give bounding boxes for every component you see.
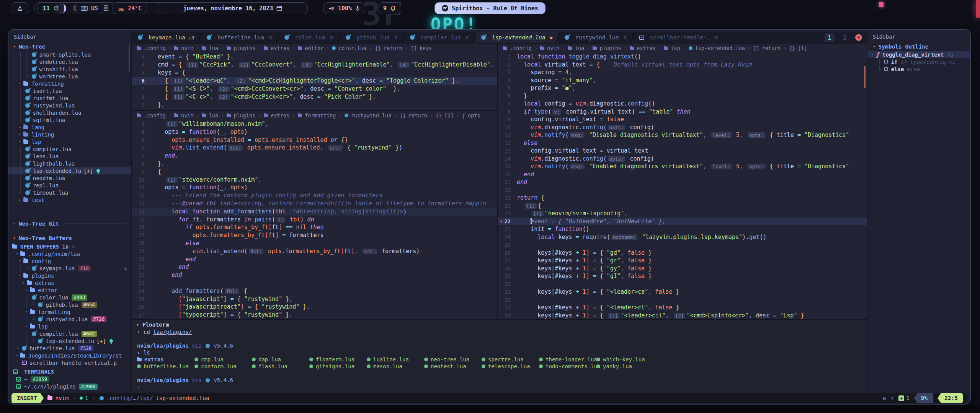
tree-item[interactable]: │ │ │ undotree.lua (8, 58, 131, 65)
tree-item[interactable]: │ compiler.lua#682 (8, 330, 131, 337)
editor-lsp-extended-lua[interactable]: .config›nvim›lua›plugins›extras›lsp›lsp-… (497, 44, 867, 319)
tree-item[interactable]: │ │ shellharden.lua (8, 109, 131, 116)
close-all-button[interactable]: × (855, 34, 862, 41)
code-line[interactable]: 26 keys[#keys + 1] = { "gd", false } (498, 249, 867, 257)
outline-item[interactable]: └ elseelse (867, 65, 970, 73)
code-line[interactable]: 10 vim.diagnostic.config(opts: config) (498, 124, 867, 132)
outline-item[interactable]: ▾ƒtoggle_diag_virtextfu (867, 51, 970, 58)
tree-item[interactable]: │ │ isort.lua (8, 87, 131, 94)
keyboard-layout-widget[interactable]: US (75, 2, 103, 14)
file-entry[interactable]: gitsigns.lua (309, 363, 367, 370)
code-line[interactable]: 3 event = { "BufRead" }, (132, 53, 497, 61)
code-line[interactable]: 18 (498, 186, 867, 194)
tree-item[interactable]: ▾.config/nvim/lua (8, 250, 131, 257)
tree-item[interactable]: │ │ repl.lua (8, 182, 131, 189)
code-line[interactable]: 8 }, (132, 160, 497, 168)
code-line[interactable]: 7 end, (132, 152, 497, 160)
tree-item[interactable]: │ │ └ worktree.lua (8, 73, 131, 80)
code-line[interactable]: 8 { [1]"<C-c>", [2]"<cmd>CccPick<cr>", d… (132, 93, 497, 101)
tree-item[interactable]: │ └ lsp-extended.lu[+] (8, 337, 131, 345)
code-line[interactable]: 25 (498, 241, 867, 249)
code-line[interactable]: 30 (498, 280, 867, 288)
code-line[interactable]: 12 else (498, 139, 867, 147)
tree-item[interactable]: │ color.lua#493 (8, 294, 131, 301)
code-line[interactable]: 33 keys[#keys + 1] = { "<leader>cl", fal… (498, 304, 867, 312)
tree-item[interactable]: ▾extras (8, 279, 131, 286)
tab-color-lua[interactable]: color.lua× (278, 32, 340, 43)
code-line[interactable]: 19 vim.list_extend(dst: opts.formatters_… (132, 247, 497, 255)
terminals-section-header[interactable]: TERMINALS (9, 368, 129, 375)
tree-item[interactable]: │ └ github.lua#654 (8, 301, 131, 308)
notifications-widget[interactable]: 9 (378, 2, 401, 14)
tree-item[interactable]: ▾lsp (8, 323, 131, 330)
chevron-down-icon[interactable]: ▾ (25, 309, 28, 314)
code-line[interactable]: 10 [1]"stevearc/conform.nvim", (132, 176, 497, 184)
code-line[interactable]: 6 { [1]"<leader>uC", [2]"<cmd>CccHighlig… (132, 77, 497, 85)
floaterm-panel[interactable]: ▾ Floaterm › cd lua/plugins/nvim/lua/plu… (132, 319, 867, 392)
code-line[interactable]: 14 local function add_formatters(tbl :ta… (132, 208, 497, 216)
tree-item[interactable]: │ └ sqlfmt.lua (8, 116, 131, 124)
code-line[interactable]: 18 else (132, 239, 497, 247)
code-line[interactable]: 24 add_formatters(tbl: { (132, 287, 497, 295)
tree-item[interactable]: │ ▸test (8, 196, 131, 203)
code-line[interactable]: 6 } (498, 92, 867, 100)
code-line[interactable]: 4 cmd = { [1]"CccPick", [2]"CccConvert",… (132, 61, 497, 69)
tree-item[interactable]: │ │ lsp-extended.lu[+] (8, 167, 131, 174)
code-line[interactable]: 20 end (132, 255, 497, 263)
tree-item[interactable]: OPEN BUFFERS in ~ (8, 243, 131, 250)
neo-tree-buffers-section-header[interactable]: ▾ Neo-Tree Buffers (9, 234, 129, 242)
tree-item[interactable]: │ │ rustfmt.lua (8, 94, 131, 102)
tree-item[interactable]: ▾editor (8, 286, 131, 294)
code-line[interactable]: 34 keys[#keys + 1] = { [1]"<leader>cil",… (498, 312, 867, 320)
code-line[interactable]: 26 ["javascriptreact"] = { "rustywind" }… (132, 303, 497, 311)
tree-item[interactable]: │ │ rustywind.lua (8, 102, 131, 109)
code-line[interactable]: 20 [1]{ (498, 202, 867, 210)
code-line[interactable]: 14 vim.diagnostic.config(opts: config) (498, 155, 867, 163)
code-line[interactable]: 32 (498, 296, 867, 304)
code-line[interactable]: 17end (498, 178, 867, 186)
file-entry[interactable]: theme-loader.lua (539, 356, 596, 363)
launcher-button[interactable] (11, 2, 29, 14)
tab-compiler-lua[interactable]: compiler.lua× (404, 32, 475, 43)
code-line[interactable]: 4 opts = function(_, opts) (132, 128, 497, 136)
code-line[interactable]: 16 if opts.formatters_by_ft[ft] == nil t… (132, 223, 497, 231)
chevron-right-icon[interactable]: ▸ (19, 125, 21, 130)
code-line[interactable]: 21 [1]"neovim/nvim-lspconfig", (498, 210, 867, 218)
code-line[interactable]: 23 init = function() (498, 225, 867, 233)
code-line[interactable]: 29 keys[#keys + 1] = { "gI", false } (498, 272, 867, 280)
code-line[interactable]: 2 local virtual_text = { -- Default virt… (498, 61, 867, 69)
editor-color-lua[interactable]: .config›nvim›lua›plugins›extras›editor›c… (132, 44, 497, 109)
outline-item[interactable]: ├ ifif type(config.vi (867, 58, 970, 65)
code-line[interactable]: 7 { [1]"<S-C>", [2]"<cmd>CccConvert<cr>"… (132, 85, 497, 93)
tab-rustywind-lua[interactable]: rustywind.lua× (559, 32, 633, 43)
file-entry[interactable]: bufferline.lua (137, 363, 194, 370)
chevron-down-icon[interactable]: ▾ (15, 251, 18, 256)
tree-item[interactable]: ~/.c/n/l/plugins#3980 (12, 383, 131, 390)
code-line[interactable]: 12 --- Extend the conform plugin config … (132, 192, 497, 200)
file-entry[interactable]: dap.lua (252, 356, 309, 363)
editor-scrollbar[interactable] (864, 66, 866, 88)
code-line[interactable]: 31 keys[#keys + 1] = { "<leader>ca", fal… (498, 288, 867, 296)
tab-github-lua[interactable]: github.lua× (340, 32, 404, 43)
close-icon[interactable]: × (466, 34, 469, 41)
file-entry[interactable]: floaterm.lua (309, 356, 367, 363)
file-entry[interactable]: flash.lua (252, 363, 309, 370)
code-line[interactable]: 17 opts.formatters_by_ft[ft] = formatter… (132, 231, 497, 239)
code-line[interactable]: 15 for ft, formatters in pairs(t: tbl) d… (132, 216, 497, 224)
file-entry[interactable]: telescope.lua (482, 363, 539, 370)
tree-item[interactable]: │ ▸linting (8, 131, 131, 138)
file-entry[interactable]: lualine.lua (367, 356, 424, 363)
tree-item[interactable]: │ │ lens.lua (8, 153, 131, 160)
tab-lsp-extended-lua[interactable]: lsp-extended.lua● (475, 32, 559, 43)
chevron-down-icon[interactable]: ▾ (25, 324, 28, 329)
media-player-widget[interactable]: Spiritbox - Rule Of Nines (434, 2, 546, 14)
file-entry[interactable]: todo-comments.lua (539, 363, 596, 370)
code-line[interactable]: 22● event = { "BufReadPre", "BufNewFile"… (498, 218, 867, 226)
code-line[interactable]: 9 { (132, 168, 497, 176)
tree-item[interactable]: │ └ keymaps.lua#10⚠ (8, 265, 131, 272)
close-icon[interactable]: × (715, 34, 718, 41)
neo-tree-section-header[interactable]: ▾ Neo-Tree (9, 43, 129, 50)
tree-item[interactable]: ▾plugins (8, 272, 131, 279)
tree-item[interactable]: │ ▸lang (8, 124, 131, 131)
tabpage-2[interactable]: 2 (840, 33, 850, 42)
